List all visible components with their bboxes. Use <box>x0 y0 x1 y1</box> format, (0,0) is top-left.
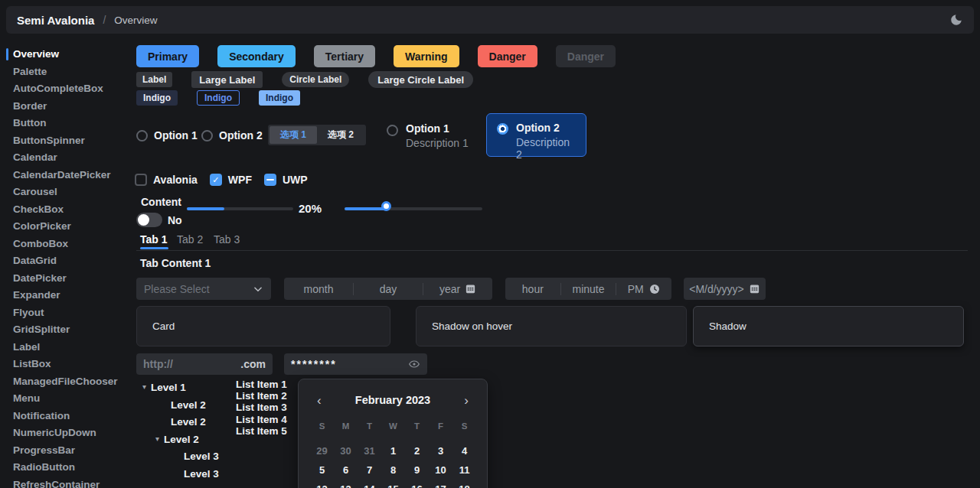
calendar-date[interactable]: 17 <box>429 480 452 488</box>
sidebar-item-buttonspinner[interactable]: ButtonSpinner <box>0 132 135 150</box>
checkbox-avalonia[interactable]: Avalonia <box>135 174 198 186</box>
sidebar-item-combobox[interactable]: ComboBox <box>0 236 135 253</box>
theme-toggle-button[interactable] <box>949 13 963 27</box>
calendar-next-button[interactable]: › <box>464 394 469 407</box>
tree-node-level-3a[interactable]: Level 3 <box>184 449 219 463</box>
calendar-date[interactable]: 31 <box>358 441 381 460</box>
url-input[interactable]: http:// .com <box>136 353 273 375</box>
masked-date-section[interactable]: <M/d/yyyy> <box>684 283 766 295</box>
calendar-date[interactable]: 16 <box>405 480 429 488</box>
tree-node-level-2c[interactable]: ▾ Level 2 <box>155 432 199 446</box>
calendar-date[interactable]: 15 <box>381 480 405 488</box>
sidebar-item-progressbar[interactable]: ProgressBar <box>0 442 135 460</box>
caret-down-icon[interactable]: ▾ <box>142 383 146 391</box>
list-item[interactable]: List Item 2 <box>236 390 287 402</box>
date-month-part[interactable]: month <box>284 283 353 295</box>
sidebar-item-datagrid[interactable]: DataGrid <box>0 252 135 270</box>
tree-node-level-2a[interactable]: Level 2 <box>171 398 206 412</box>
calendar-date[interactable]: 10 <box>429 460 452 480</box>
radio-card-option-2-selected[interactable]: Option 2 Description 2 <box>486 113 586 157</box>
segment-option-1[interactable]: 选项 1 <box>270 126 317 144</box>
sidebar-item-numericupdown[interactable]: NumericUpDown <box>0 425 135 442</box>
day-header: F <box>429 418 452 434</box>
sidebar-item-managedfilechooser[interactable]: ManagedFileChooser <box>0 373 135 391</box>
calendar-date[interactable]: 29 <box>310 441 334 460</box>
calendar-date[interactable]: 6 <box>334 460 358 480</box>
segment-option-2[interactable]: 选项 2 <box>317 126 364 144</box>
calendar-prev-button[interactable]: ‹ <box>317 394 322 407</box>
slider-1[interactable] <box>187 207 293 210</box>
sidebar-item-checkbox[interactable]: CheckBox <box>0 201 135 219</box>
calendar-date[interactable]: 14 <box>358 480 381 488</box>
calendar-date[interactable]: 30 <box>334 441 358 460</box>
list-item[interactable]: List Item 1 <box>236 379 287 390</box>
calendar-date[interactable]: 8 <box>381 460 405 480</box>
masked-date-picker[interactable]: <M/d/yyyy> <box>684 278 766 300</box>
radio-option-1[interactable]: Option 1 <box>136 129 198 142</box>
time-picker[interactable]: hour minute PM <box>505 278 671 300</box>
date-picker[interactable]: month day year <box>284 278 492 300</box>
calendar-date[interactable]: 11 <box>452 460 476 480</box>
sidebar-item-calendardatepicker[interactable]: CalendarDatePicker <box>0 167 135 184</box>
tree-node-level-3b[interactable]: Level 3 <box>184 467 219 480</box>
sidebar-item-colorpicker[interactable]: ColorPicker <box>0 218 135 236</box>
time-minute-part[interactable]: minute <box>561 283 616 295</box>
calendar-date[interactable]: 9 <box>405 460 429 480</box>
sidebar-item-border[interactable]: Border <box>0 98 135 115</box>
tab-1[interactable]: Tab 1 <box>140 233 168 246</box>
sidebar-item-flyout[interactable]: Flyout <box>0 304 135 322</box>
password-input[interactable]: ******** <box>284 353 427 375</box>
sidebar-item-overview[interactable]: Overview <box>0 46 135 63</box>
list-item[interactable]: List Item 4 <box>236 414 287 425</box>
sidebar-item-expander[interactable]: Expander <box>0 287 135 304</box>
sidebar-item-radiobutton[interactable]: RadioButton <box>0 459 135 477</box>
calendar-date[interactable]: 5 <box>310 460 334 480</box>
calendar-date[interactable]: 1 <box>381 441 405 460</box>
combobox-select[interactable]: Please Select <box>136 278 271 300</box>
tree-node-level-2b[interactable]: Level 2 <box>171 415 206 428</box>
caret-down-icon[interactable]: ▾ <box>155 435 159 443</box>
sidebar-item-calendar[interactable]: Calendar <box>0 149 135 167</box>
calendar-date[interactable]: 13 <box>334 480 358 488</box>
sidebar-item-button[interactable]: Button <box>0 115 135 132</box>
sidebar-item-palette[interactable]: Palette <box>0 63 135 81</box>
calendar-date[interactable]: 4 <box>452 441 476 460</box>
danger-button[interactable]: Danger <box>478 45 537 67</box>
calendar-date[interactable]: 7 <box>358 460 381 480</box>
calendar-date[interactable]: 18 <box>452 480 476 488</box>
sidebar-item-carousel[interactable]: Carousel <box>0 184 135 201</box>
sidebar-item-label[interactable]: Label <box>0 339 135 356</box>
date-year-part[interactable]: year <box>423 283 492 295</box>
secondary-button[interactable]: Secondary <box>217 45 296 67</box>
list-item[interactable]: List Item 5 <box>236 425 287 437</box>
radio-option-2[interactable]: Option 2 <box>201 129 263 142</box>
primary-button[interactable]: Primary <box>136 45 199 67</box>
tree-node-level-1[interactable]: ▾ Level 1 <box>142 380 186 394</box>
sidebar-item-gridsplitter[interactable]: GridSplitter <box>0 321 135 339</box>
slider-thumb[interactable] <box>381 201 391 211</box>
sidebar-item-menu[interactable]: Menu <box>0 390 135 408</box>
calendar-date[interactable]: 12 <box>310 480 334 488</box>
checkbox-uwp[interactable]: UWP <box>264 174 308 186</box>
sidebar-item-datepicker[interactable]: DatePicker <box>0 270 135 288</box>
toggle-switch-off[interactable] <box>136 213 162 227</box>
warning-button[interactable]: Warning <box>394 45 459 67</box>
tertiary-button[interactable]: Tertiary <box>314 45 375 67</box>
checkbox-wpf[interactable]: ✓ WPF <box>210 174 252 186</box>
sidebar-item-autocompletebox[interactable]: AutoCompleteBox <box>0 80 135 98</box>
radio-card-option-1[interactable]: Option 1 Description 1 <box>387 122 469 149</box>
slider-2[interactable] <box>345 207 482 210</box>
tab-2[interactable]: Tab 2 <box>177 233 203 246</box>
sidebar-item-listbox[interactable]: ListBox <box>0 356 135 373</box>
time-hour-part[interactable]: hour <box>505 283 560 295</box>
tab-3[interactable]: Tab 3 <box>214 233 240 246</box>
calendar-date[interactable]: 3 <box>429 441 452 460</box>
list-item[interactable]: List Item 3 <box>236 402 287 413</box>
app-brand[interactable]: Semi Avalonia <box>17 14 94 27</box>
time-meridiem-part[interactable]: PM <box>616 283 671 295</box>
date-day-part[interactable]: day <box>354 283 423 295</box>
calendar-date[interactable]: 2 <box>405 441 429 460</box>
password-reveal-button[interactable] <box>408 358 420 370</box>
sidebar-item-refreshcontainer[interactable]: RefreshContainer <box>0 477 135 488</box>
sidebar-item-notification[interactable]: Notification <box>0 408 135 425</box>
